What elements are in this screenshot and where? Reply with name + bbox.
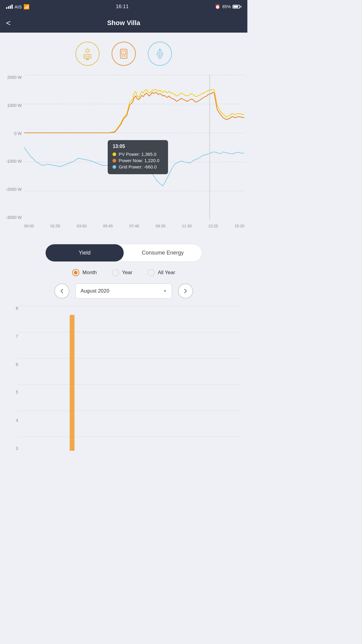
y-label-1000: 1000 W: [3, 103, 24, 108]
toggle-container: Yield Consume Energy: [6, 244, 241, 262]
svg-rect-16: [120, 49, 127, 58]
solar-panel-icon[interactable]: [75, 42, 100, 66]
radio-all-year[interactable]: All Year: [148, 269, 175, 276]
x-label-1520: 15:20: [234, 224, 244, 228]
carrier-label: AIS: [14, 4, 22, 9]
svg-line-6: [89, 52, 90, 53]
bar-column-17: [133, 306, 141, 451]
status-bar: AIS 📶 16:11 ⏰ 85%: [0, 0, 247, 13]
y-label-0: 0 W: [3, 131, 24, 136]
grid-tower-icon[interactable]: [148, 42, 172, 66]
status-time: 16:11: [116, 4, 129, 10]
yield-toggle-button[interactable]: Yield: [46, 244, 124, 261]
bar-column-6: [54, 306, 61, 451]
bar-y-7: 7: [6, 334, 18, 339]
line-chart-container: 2000 W 1000 W 0 W -1000 W -2000 W -3000 …: [3, 72, 244, 235]
back-button[interactable]: <: [6, 18, 11, 28]
x-label-0935: 09:35: [156, 224, 166, 228]
bar-column-15: [119, 306, 126, 451]
bar-column-24: [184, 306, 191, 451]
chevron-right-icon: [183, 288, 188, 294]
bar-column-13: [105, 306, 112, 451]
svg-line-8: [86, 52, 86, 53]
bar-8[interactable]: [70, 315, 75, 451]
svg-line-5: [86, 49, 86, 50]
bar-column-18: [141, 306, 148, 451]
bar-column-16: [126, 306, 133, 451]
bar-column-3: [33, 306, 40, 451]
wifi-icon: 📶: [24, 4, 30, 10]
tooltip-grid-label: Grid Power: -660.0: [119, 164, 157, 169]
grid-line-1000: [24, 104, 244, 104]
prev-date-button[interactable]: [54, 284, 69, 299]
svg-line-31: [158, 56, 159, 59]
bar-column-23: [176, 306, 184, 451]
bar-column-9: [76, 306, 83, 451]
bar-column-4: [40, 306, 47, 451]
tooltip-power-label: Power Now: 1,220.0: [119, 158, 159, 163]
tooltip-pv-label: PV Power: 1,365.0: [119, 152, 156, 157]
bar-column-27: [205, 306, 213, 451]
x-label-0000: 00:00: [24, 224, 34, 228]
battery-percent: 85%: [222, 4, 231, 9]
bar-column-28: [213, 306, 220, 451]
bar-column-22: [169, 306, 176, 451]
bar-chart-wrapper: 8 7 6 5 4 3: [6, 306, 241, 463]
radio-dot-month: [74, 271, 78, 274]
x-label-0350: 03:50: [77, 224, 87, 228]
device-icons-row: [0, 33, 247, 72]
x-axis: 00:00 01:55 03:50 05:45 07:40 09:35 11:3…: [24, 220, 244, 232]
bar-chart-container: 8 7 6 5 4 3: [0, 306, 247, 463]
meter-icon[interactable]: [112, 42, 136, 66]
bar-column-30: [227, 306, 234, 451]
date-selector[interactable]: August 2020 ▼: [75, 284, 172, 299]
battery-icon: [233, 5, 241, 8]
tooltip-grid-dot: [113, 165, 116, 169]
y-label-2000: 2000 W: [3, 75, 24, 80]
bar-column-5: [47, 306, 54, 451]
svg-line-22: [158, 49, 160, 52]
bar-y-axis: 8 7 6 5 4 3: [6, 306, 18, 451]
bar-y-3: 3: [6, 446, 18, 451]
alarm-icon: ⏰: [215, 4, 221, 9]
tooltip-grid-row: Grid Power: -660.0: [113, 164, 163, 169]
bar-column-7: [61, 306, 68, 451]
bar-chart-area: [18, 306, 241, 451]
chart-tooltip: 13:05 PV Power: 1,365.0 Power Now: 1,220…: [108, 140, 168, 174]
y-label-neg3000: -3000 W: [3, 215, 24, 220]
date-nav: August 2020 ▼: [0, 284, 247, 306]
bar-column-19: [148, 306, 155, 451]
bar-column-12: [97, 306, 105, 451]
app-header: < Show Villa: [0, 13, 247, 33]
signal-bars: [6, 5, 13, 9]
current-date-label: August 2020: [81, 288, 109, 294]
bar-y-4: 4: [6, 418, 18, 423]
svg-rect-17: [122, 51, 126, 54]
grid-line-0: [24, 133, 244, 133]
toggle-group: Yield Consume Energy: [45, 244, 202, 262]
line-chart-wrapper: 2000 W 1000 W 0 W -1000 W -2000 W -3000 …: [3, 75, 244, 232]
bar-y-5: 5: [6, 390, 18, 395]
status-right: ⏰ 85%: [215, 4, 241, 9]
radio-group: Month Year All Year: [0, 262, 247, 284]
next-date-button[interactable]: [178, 284, 193, 299]
bar-column-20: [155, 306, 162, 451]
line-chart-area: 13:05 PV Power: 1,365.0 Power Now: 1,220…: [24, 75, 244, 220]
bar-column-1: [18, 306, 25, 451]
radio-year[interactable]: Year: [112, 269, 132, 276]
radio-month[interactable]: Month: [72, 269, 97, 276]
bar-column-31: [234, 306, 241, 451]
y-label-neg2000: -2000 W: [3, 187, 24, 192]
svg-point-0: [86, 49, 89, 52]
radio-circle-all-year: [148, 269, 155, 276]
chevron-left-icon: [59, 288, 65, 294]
tooltip-pv-dot: [113, 152, 116, 156]
y-label-neg1000: -1000 W: [3, 159, 24, 164]
bar-column-14: [112, 306, 119, 451]
bar-y-8: 8: [6, 306, 18, 311]
x-label-1325: 13:25: [208, 224, 218, 228]
bar-column-21: [162, 306, 170, 451]
consume-energy-toggle-button[interactable]: Consume Energy: [124, 244, 202, 261]
x-label-1130: 11:30: [182, 224, 192, 228]
radio-label-all-year: All Year: [158, 270, 175, 276]
